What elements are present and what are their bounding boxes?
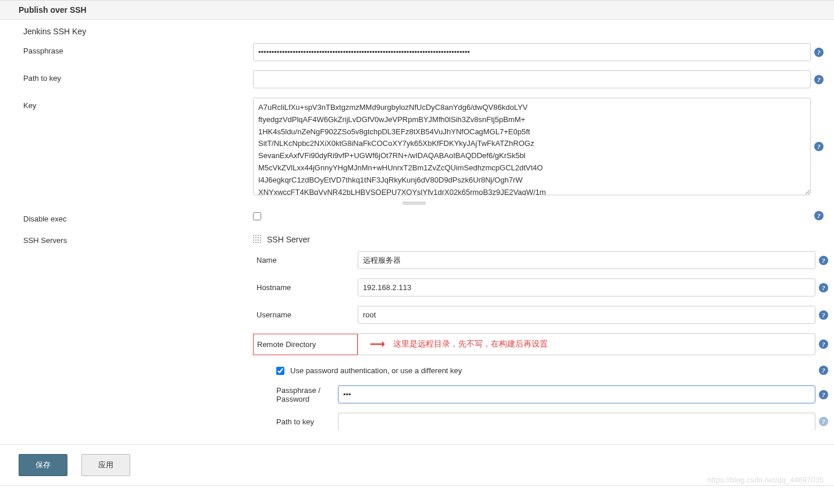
arrow-icon: ⟶ [370, 338, 385, 351]
key-textarea[interactable]: A7uRcliLfXu+spV3nTBxtgzmzMMd9urgbylozNfU… [253, 98, 811, 195]
help-icon[interactable]: ? [814, 142, 824, 151]
server-username-input[interactable] [358, 306, 815, 324]
drag-handle-icon[interactable] [253, 235, 262, 244]
subsection-jenkins-ssh-key: Jenkins SSH Key [0, 20, 828, 38]
label-inner-path-to-key: Path to key [253, 417, 338, 426]
inner-path-to-key-input[interactable] [338, 413, 815, 430]
help-icon[interactable]: ? [819, 339, 828, 349]
label-server-name: Name [253, 256, 358, 264]
passphrase-password-input[interactable] [338, 385, 815, 403]
ssh-server-title: SSH Server [267, 235, 310, 244]
watermark: https://blog.csdn.net/qq_44697035 [708, 476, 824, 484]
label-passphrase: Passphrase [23, 43, 253, 55]
label-use-password-auth: Use password authentication, or use a di… [290, 366, 462, 375]
server-hostname-input[interactable] [358, 278, 815, 296]
label-remote-directory: Remote Directory [253, 334, 358, 355]
help-icon[interactable]: ? [814, 75, 824, 84]
help-icon[interactable]: ? [819, 417, 828, 426]
remote-directory-input[interactable]: ⟶ 这里是远程目录，先不写，在构建后再设置 [358, 333, 815, 355]
label-key: Key [23, 98, 253, 110]
passphrase-input[interactable] [253, 43, 811, 61]
annotation-text: 这里是远程目录，先不写，在构建后再设置 [393, 339, 548, 349]
help-icon[interactable]: ? [819, 390, 828, 399]
label-passphrase-password: Passphrase / Password [253, 386, 338, 403]
path-to-key-input[interactable] [253, 70, 811, 88]
help-icon[interactable]: ? [819, 366, 828, 375]
help-icon[interactable]: ? [819, 310, 828, 320]
save-button[interactable]: 保存 [19, 454, 67, 476]
label-path-to-key: Path to key [23, 70, 253, 83]
help-icon[interactable]: ? [819, 283, 828, 292]
resizer-handle[interactable] [402, 202, 426, 205]
help-icon[interactable]: ? [819, 256, 828, 265]
disable-exec-checkbox[interactable] [253, 212, 261, 220]
help-icon[interactable]: ? [814, 211, 824, 220]
label-ssh-servers: SSH Servers [23, 233, 253, 245]
label-server-hostname: Hostname [253, 283, 358, 292]
section-title: Publish over SSH [0, 0, 834, 20]
label-server-username: Username [253, 310, 358, 319]
help-icon[interactable]: ? [814, 48, 824, 57]
apply-button[interactable]: 应用 [81, 454, 130, 476]
use-password-auth-checkbox[interactable] [276, 367, 284, 375]
label-disable-exec: Disable exec [23, 211, 253, 223]
server-name-input[interactable] [358, 251, 815, 269]
